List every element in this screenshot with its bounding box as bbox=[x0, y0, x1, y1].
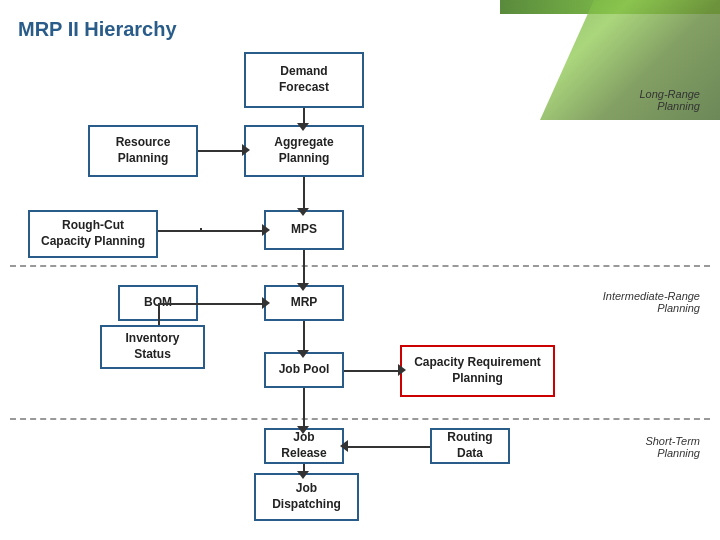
arrow-routingdata-to-jobrelease bbox=[344, 446, 430, 448]
long-range-label: Long-RangePlanning bbox=[639, 88, 700, 112]
arrow-head-mps-mrp bbox=[297, 283, 309, 291]
short-term-label: Short-TermPlanning bbox=[600, 435, 700, 459]
resource-planning-box: ResourcePlanning bbox=[88, 125, 198, 177]
intermediate-range-label: Intermediate-RangePlanning bbox=[580, 290, 700, 314]
arrow-head-bom-mrp bbox=[262, 297, 270, 309]
arrow-head-demand-agg bbox=[297, 123, 309, 131]
arrow-head-jobpool-capreq bbox=[398, 364, 406, 376]
arrow-resource-to-aggregate bbox=[198, 150, 244, 152]
inventory-v-line bbox=[158, 303, 160, 325]
mps-box: MPS bbox=[264, 210, 344, 250]
arrow-head-routing-jobrelease bbox=[340, 440, 348, 452]
short-term-separator bbox=[10, 418, 710, 420]
arrow-roughcut-to-mps bbox=[158, 230, 264, 232]
arrow-mps-to-mrp bbox=[303, 250, 305, 285]
arrow-head-roughcut-mps bbox=[262, 224, 270, 236]
demand-forecast-box: DemandForecast bbox=[244, 52, 364, 108]
arrow-head-jobrelease-jd bbox=[297, 471, 309, 479]
long-range-separator bbox=[10, 265, 710, 267]
arrow-head-jobpool-jobrelease bbox=[297, 426, 309, 434]
aggregate-planning-box: AggregatePlanning bbox=[244, 125, 364, 177]
arrow-jobpool-to-capreq bbox=[344, 370, 400, 372]
routing-data-box: RoutingData bbox=[430, 428, 510, 464]
arrow-mrp-to-jobpool bbox=[303, 321, 305, 352]
rough-cut-box: Rough-CutCapacity Planning bbox=[28, 210, 158, 258]
capacity-req-box: Capacity RequirementPlanning bbox=[400, 345, 555, 397]
return-arrow-mps-roughcut bbox=[200, 228, 202, 230]
inventory-h-line bbox=[158, 303, 198, 305]
arrow-head-resource-agg bbox=[242, 144, 250, 156]
arrow-head-mrp-jobpool bbox=[297, 350, 309, 358]
page-title: MRP II Hierarchy bbox=[18, 18, 177, 41]
arrow-head-agg-mps bbox=[297, 208, 309, 216]
job-dispatching-box: JobDispatching bbox=[254, 473, 359, 521]
inventory-status-box: InventoryStatus bbox=[100, 325, 205, 369]
arrow-agg-to-mps bbox=[303, 177, 305, 210]
arrow-bom-to-mrp bbox=[198, 303, 264, 305]
arrow-jobpool-to-jobrelease bbox=[303, 388, 305, 428]
